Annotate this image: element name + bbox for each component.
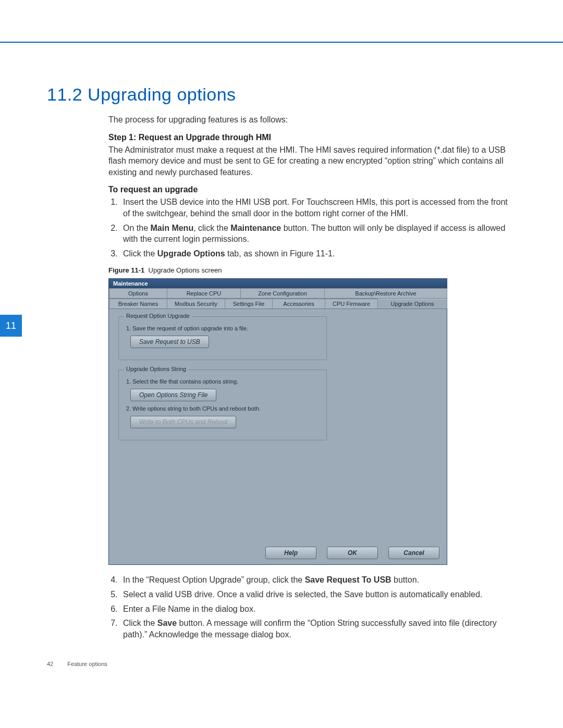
hmi-footer: Help OK Cancel: [109, 542, 447, 564]
hmi-tabs-row-2: Breaker Names Modbus Security Settings F…: [109, 299, 447, 309]
step1-heading: Step 1: Request an Upgrade through HMI: [108, 133, 516, 142]
figure-label: Figure 11-1: [108, 266, 144, 274]
request-heading: To request an upgrade: [108, 185, 516, 194]
tab-zone-configuration[interactable]: Zone Configuration: [240, 288, 325, 298]
group-legend: Request Option Upgrade: [124, 313, 192, 319]
list-item: In the “Request Option Upgrade” group, c…: [120, 574, 516, 586]
tab-upgrade-options[interactable]: Upgrade Options: [377, 299, 447, 309]
steps-list-b: In the “Request Option Upgrade” group, c…: [108, 574, 516, 640]
group-legend: Upgrade Options String: [124, 366, 188, 372]
footer-section: Feature options: [67, 661, 107, 667]
ok-button[interactable]: OK: [327, 547, 378, 559]
figure-caption-text: Upgrade Options screen: [149, 266, 222, 274]
tab-cpu-firmware[interactable]: CPU Firmware: [325, 299, 378, 309]
list-item: Click the Upgrade Options tab, as shown …: [120, 248, 516, 260]
tab-replace-cpu[interactable]: Replace CPU: [167, 288, 241, 298]
hmi-window: Maintenance Options Replace CPU Zone Con…: [108, 278, 447, 565]
intro-text: The process for upgrading features is as…: [108, 114, 516, 126]
figure-caption: Figure 11-1 Upgrade Options screen: [108, 266, 516, 274]
write-to-both-cpus-button[interactable]: Write to Both CPUs and Reboot: [130, 416, 236, 428]
list-item: Insert the USB device into the HMI USB p…: [120, 196, 516, 219]
list-item: Select a valid USB drive. Once a valid d…: [120, 589, 516, 600]
tab-accessories[interactable]: Accessories: [272, 299, 325, 309]
hmi-tabs-row-1: Options Replace CPU Zone Configuration B…: [109, 288, 447, 299]
list-item: On the Main Menu, click the Maintenance …: [120, 223, 516, 245]
hmi-titlebar: Maintenance: [109, 279, 447, 288]
hmi-body: Request Option Upgrade 1. Save the reque…: [109, 309, 447, 542]
step1-text: The Administrator must make a request at…: [108, 144, 516, 178]
page-footer: 42 Feature options: [47, 661, 516, 667]
tab-breaker-names[interactable]: Breaker Names: [109, 299, 167, 309]
page-number: 42: [47, 661, 53, 667]
list-item: Enter a File Name in the dialog box.: [120, 603, 516, 615]
list-item: Click the Save button. A message will co…: [120, 618, 516, 640]
group-text: 2. Write options string to both CPUs and…: [126, 405, 319, 412]
save-request-to-usb-button[interactable]: Save Request to USB: [130, 336, 209, 348]
tab-modbus-security[interactable]: Modbus Security: [167, 299, 225, 309]
group-text: 1. Save the request of option upgrade in…: [126, 325, 319, 331]
section-title: 11.2 Upgrading options: [47, 84, 516, 105]
help-button[interactable]: Help: [265, 547, 316, 559]
steps-list-a: Insert the USB device into the HMI USB p…: [108, 196, 516, 259]
tab-options[interactable]: Options: [109, 288, 167, 298]
cancel-button[interactable]: Cancel: [388, 547, 439, 559]
group-upgrade-options-string: Upgrade Options String 1. Select the fil…: [118, 369, 327, 440]
tab-backup-restore-archive[interactable]: Backup\Restore Archive: [324, 288, 447, 298]
group-request-option-upgrade: Request Option Upgrade 1. Save the reque…: [118, 316, 327, 360]
tab-settings-file[interactable]: Settings File: [225, 299, 273, 309]
open-options-string-file-button[interactable]: Open Options String File: [130, 389, 216, 401]
group-text: 1. Select the file that contains options…: [126, 378, 319, 385]
page-content: 11.2 Upgrading options The process for u…: [0, 42, 563, 688]
